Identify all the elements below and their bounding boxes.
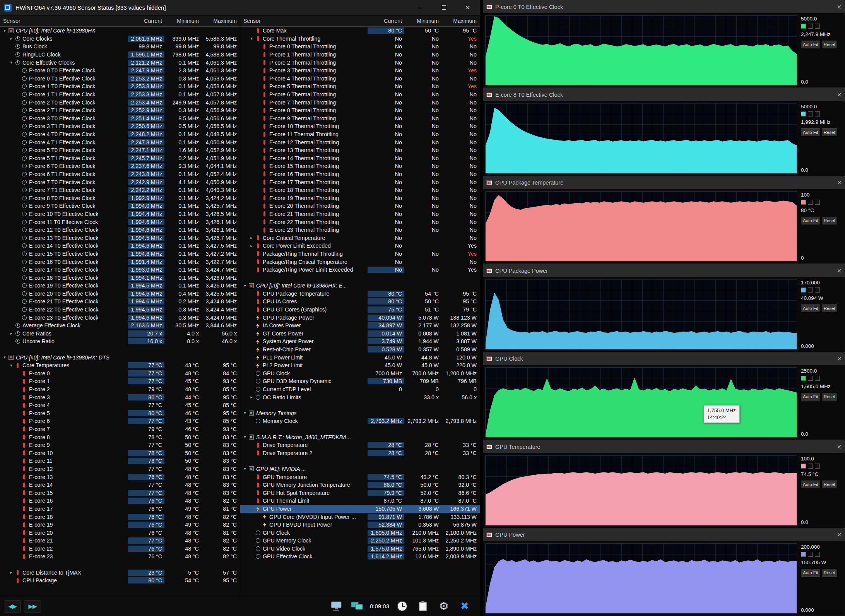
table-row[interactable]: Ring/LLC Clock1,596.1 MHz798.0 MHz4,588.… <box>0 51 240 59</box>
graph-title-bar[interactable]: E-core 8 T0 Effective Clock✕ <box>483 88 845 101</box>
table-row[interactable]: E-core 15 T0 Effective Clock1,994.6 MHz0… <box>0 250 240 258</box>
series-checkbox[interactable] <box>801 111 806 116</box>
table-row[interactable]: ▾Core Temperatures77 °C43 °C95 °C <box>0 361 240 370</box>
collapse-icon[interactable]: ▾ <box>242 411 248 416</box>
series-checkbox[interactable] <box>815 200 820 205</box>
table-row[interactable]: ▸Core Distance to TjMAX23 °C5 °C57 °C <box>0 568 240 577</box>
table-row[interactable]: P-core 7 Thermal ThrottlingNoNoNo <box>240 98 480 106</box>
reset-button[interactable]: Reset <box>822 128 837 136</box>
table-row[interactable]: Current cTDP Level000 <box>240 385 480 394</box>
graph-plot-area[interactable] <box>485 191 797 262</box>
series-checkbox[interactable] <box>801 552 806 557</box>
table-row[interactable] <box>240 425 480 433</box>
reset-button[interactable]: Reset <box>822 305 837 312</box>
series-checkbox[interactable] <box>801 24 806 29</box>
table-row[interactable]: P-core 2 T0 Effective Clock2,253.4 MHz24… <box>0 98 240 106</box>
table-row[interactable]: ▾CPU [#0]: Intel Core i9-13980HX: DTS <box>0 353 240 361</box>
graph-plot-area[interactable]: 1,755.0 MHz14:40:24 <box>485 367 797 438</box>
table-row[interactable] <box>0 346 240 354</box>
table-row[interactable]: ▾Core Thermal ThrottlingNoNoYes <box>240 35 480 43</box>
table-row[interactable]: P-core 0 Thermal ThrottlingNoNoNo <box>240 43 480 51</box>
table-row[interactable]: P-core 3 Thermal ThrottlingNoNoYes <box>240 67 480 75</box>
auto-fit-button[interactable]: Auto Fit <box>801 305 820 312</box>
graph-plot-area[interactable] <box>485 455 797 525</box>
exit-button[interactable]: ✖ <box>457 598 473 614</box>
close-icon[interactable]: ✕ <box>831 180 842 186</box>
table-row[interactable]: GPU FBVDD Input Power52.384 W0.353 W56.8… <box>240 521 480 529</box>
series-checkbox[interactable] <box>808 464 813 469</box>
collapse-icon[interactable]: ▾ <box>8 60 14 65</box>
table-row[interactable]: E-core 21 Thermal ThrottlingNoNoNo <box>240 210 480 218</box>
table-row[interactable]: ▾GPU [#1]: NVIDIA ... <box>240 465 480 473</box>
column-header-sensor[interactable]: Sensor <box>0 18 128 24</box>
table-row[interactable]: CPU GT Cores (Graphics)75 °C51 °C79 °C <box>240 306 480 314</box>
table-row[interactable]: P-core 2 T1 Effective Clock2,252.9 MHz0.… <box>0 106 240 115</box>
close-icon[interactable]: ✕ <box>831 4 842 10</box>
table-row[interactable]: E-core 19 T0 Effective Clock1,994.5 MHz0… <box>0 282 240 290</box>
table-row[interactable]: P-core 0 T0 Effective Clock2,247.9 MHz2.… <box>0 67 240 75</box>
series-checkbox[interactable] <box>808 200 813 205</box>
table-row[interactable]: Drive Temperature 228 °C28 °C33 °C <box>240 449 480 457</box>
series-checkbox[interactable] <box>801 200 806 205</box>
table-row[interactable]: Uncore Ratio16.0 x8.0 x46.0 x <box>0 337 240 346</box>
table-row[interactable]: E-core 14 T0 Effective Clock1,994.6 MHz0… <box>0 242 240 250</box>
table-row[interactable]: E-core 8 Thermal ThrottlingNoNoNo <box>240 106 480 115</box>
table-row[interactable]: E-core 1676 °C48 °C82 °C <box>0 497 240 505</box>
table-row[interactable] <box>240 401 480 409</box>
graph-title-bar[interactable]: P-core 0 T0 Effective Clock✕ <box>483 0 845 13</box>
table-row[interactable]: E-core 12 T0 Effective Clock1,994.6 MHz0… <box>0 226 240 234</box>
column-header-minimum[interactable]: Minimum <box>164 18 201 24</box>
expand-icon[interactable]: ▸ <box>8 570 14 575</box>
graph-title-bar[interactable]: CPU Package Temperature✕ <box>483 176 845 189</box>
settings-button[interactable]: ⚙ <box>436 598 452 614</box>
table-row[interactable]: E-core 11 Thermal ThrottlingNoNoNo <box>240 130 480 139</box>
table-row[interactable] <box>0 561 240 569</box>
table-row[interactable]: ▾CPU [#0]: Intel Core i9-13980HX <box>0 27 240 35</box>
column-header-current[interactable]: Current <box>368 18 404 24</box>
table-row[interactable]: E-core 23 T0 Effective Clock1,994.6 MHz0… <box>0 313 240 322</box>
table-row[interactable]: P-core 3 T1 Effective Clock2,250.6 MHz0.… <box>0 122 240 130</box>
collapse-icon[interactable]: ▾ <box>242 283 248 288</box>
table-row[interactable]: P-core 1 T0 Effective Clock2,253.8 MHz0.… <box>0 82 240 91</box>
table-row[interactable]: P-core 4 T0 Effective Clock2,248.2 MHz0.… <box>0 130 240 139</box>
table-row[interactable]: Rest-of-Chip Power0.528 W0.357 W0.589 W <box>240 346 480 354</box>
clock-button[interactable] <box>394 598 410 614</box>
series-checkbox[interactable] <box>808 376 813 381</box>
table-row[interactable]: E-core 16 Thermal ThrottlingNoNoNo <box>240 170 480 178</box>
table-row[interactable]: ▾Core Effective Clocks2,121.2 MHz0.1 MHz… <box>0 58 240 67</box>
collapse-icon[interactable]: ▾ <box>2 355 8 360</box>
table-row[interactable]: GPU Power150.705 W3.608 W166.371 W <box>240 505 480 513</box>
table-row[interactable]: P-core 1 Thermal ThrottlingNoNoNo <box>240 51 480 59</box>
table-row[interactable]: Package/Ring Thermal ThrottlingNoNoYes <box>240 250 480 258</box>
table-row[interactable]: GPU D3D Memory Dynamic730 MB709 MB796 MB <box>240 377 480 385</box>
table-row[interactable]: E-core 19 Thermal ThrottlingNoNoNo <box>240 194 480 202</box>
table-row[interactable]: P-core 4 T1 Effective Clock2,247.8 MHz0.… <box>0 138 240 146</box>
column-header-sensor[interactable]: Sensor <box>240 18 368 24</box>
table-row[interactable]: P-core 4 Thermal ThrottlingNoNoNo <box>240 75 480 83</box>
column-header-maximum[interactable]: Maximum <box>441 18 480 24</box>
series-checkbox[interactable] <box>801 464 806 469</box>
series-checkbox[interactable] <box>815 287 820 293</box>
nav-forward-button[interactable]: ▶▶ <box>24 600 41 613</box>
reset-button[interactable]: Reset <box>822 569 837 577</box>
table-row[interactable]: PL2 Power Limit45.0 W45.0 W220.0 W <box>240 361 480 370</box>
table-row[interactable]: P-core 5 T1 Effective Clock2,245.7 MHz0.… <box>0 154 240 163</box>
table-row[interactable]: P-core 477 °C45 °C85 °C <box>0 401 240 409</box>
table-row[interactable]: E-core 2076 °C48 °C81 °C <box>0 529 240 537</box>
table-row[interactable]: P-core 380 °C44 °C95 °C <box>0 393 240 401</box>
table-row[interactable]: ▸OC Ratio Limits33.0 x56.0 x <box>240 393 480 401</box>
close-icon[interactable]: ✕ <box>831 356 842 362</box>
close-icon[interactable]: ✕ <box>831 268 842 274</box>
table-row[interactable]: ▾S.M.A.R.T.: Micron_3400_MTFDKBA... <box>240 433 480 441</box>
minimize-button[interactable]: ─ <box>408 0 432 15</box>
series-checkbox[interactable] <box>815 552 820 557</box>
table-row[interactable]: Bus Clock99.8 MHz99.8 MHz99.8 MHz <box>0 43 240 51</box>
series-checkbox[interactable] <box>801 287 806 293</box>
table-row[interactable]: P-core 5 T0 Effective Clock2,247.1 MHz1.… <box>0 146 240 154</box>
table-row[interactable]: E-core 2177 °C48 °C82 °C <box>0 537 240 545</box>
table-row[interactable]: ▸Core Ratios20.7 x4.0 x56.0 x <box>0 330 240 338</box>
table-row[interactable]: E-core 2276 °C48 °C82 °C <box>0 545 240 553</box>
collapse-icon[interactable]: ▾ <box>242 435 248 440</box>
graph-plot-area[interactable] <box>485 103 797 173</box>
table-row[interactable]: P-core 077 °C48 °C84 °C <box>0 370 240 378</box>
